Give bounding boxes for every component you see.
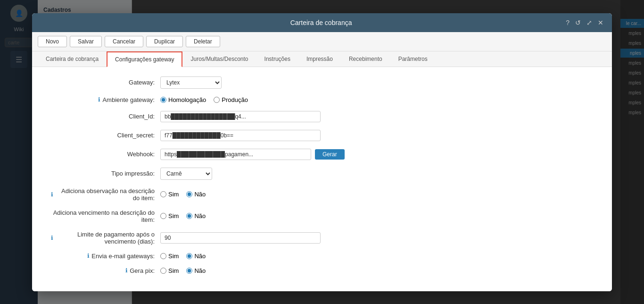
salvar-button[interactable]: Salvar: [70, 36, 102, 47]
gera-pix-sim-option[interactable]: Sim: [160, 267, 179, 274]
envia-email-nao-option[interactable]: Não: [186, 253, 206, 260]
ambiente-producao-option[interactable]: Produção: [214, 96, 248, 103]
ambiente-radio-group: Homologação Produção: [160, 96, 248, 103]
envia-email-sim-label: Sim: [168, 253, 179, 260]
modal-header: Carteira de cobrança ? ↺ ⤢ ✕: [32, 13, 612, 32]
limite-input[interactable]: [160, 232, 321, 244]
modal-body: Gateway: Lytex Outro ℹ Ambiente gateway:…: [32, 67, 612, 291]
info-icon[interactable]: ℹ: [98, 96, 100, 103]
gera-pix-nao-radio[interactable]: [186, 268, 192, 274]
ambiente-homologacao-label: Homologação: [168, 96, 206, 103]
modal-toolbar: Novo Salvar Cancelar Duplicar Deletar: [32, 32, 612, 51]
tipo-impressao-row: Tipo impressão: Carnê Boleto: [51, 168, 593, 180]
tab-juros[interactable]: Juros/Multas/Desconto: [182, 51, 256, 67]
client-secret-label: Client_secret:: [51, 132, 155, 139]
gera-pix-label: ℹ Gera pix:: [51, 267, 155, 274]
ambiente-homologacao-option[interactable]: Homologação: [160, 96, 206, 103]
ambiente-label: ℹ Ambiente gateway:: [51, 96, 155, 103]
tab-parametros[interactable]: Parâmetros: [390, 51, 436, 67]
webhook-row: Webhook: Gerar: [51, 149, 593, 160]
adiciona-obs-nao-option[interactable]: Não: [186, 191, 206, 198]
tipo-impressao-select[interactable]: Carnê Boleto: [160, 168, 212, 180]
client-id-row: Client_Id:: [51, 111, 593, 122]
adiciona-obs-sim-label: Sim: [168, 191, 179, 198]
tab-carteira[interactable]: Carteira de cobrança: [38, 51, 107, 67]
info-icon-pix[interactable]: ℹ: [125, 267, 128, 274]
webhook-input[interactable]: [160, 149, 311, 160]
deletar-button[interactable]: Deletar: [186, 36, 220, 47]
gateway-select[interactable]: Lytex Outro: [160, 76, 222, 89]
modal-overlay: Carteira de cobrança ? ↺ ⤢ ✕ Novo Salvar…: [0, 0, 644, 304]
modal-tabs: Carteira de cobrança Configurações gatew…: [32, 51, 612, 67]
webhook-label: Webhook:: [51, 151, 155, 158]
gera-pix-radio-group: Sim Não: [160, 267, 206, 274]
client-secret-row: Client_secret:: [51, 130, 593, 141]
client-id-input[interactable]: [160, 111, 321, 122]
client-id-label: Client_Id:: [51, 113, 155, 120]
gateway-label: Gateway:: [51, 79, 155, 86]
envia-email-sim-option[interactable]: Sim: [160, 253, 179, 260]
duplicar-button[interactable]: Duplicar: [146, 36, 183, 47]
adiciona-obs-nao-radio[interactable]: [186, 191, 192, 197]
tab-recebimento[interactable]: Recebimento: [341, 51, 390, 67]
gera-pix-nao-option[interactable]: Não: [186, 267, 206, 274]
tab-configuracoes-gateway[interactable]: Configurações gateway: [107, 51, 182, 67]
modal-title: Carteira de cobrança: [77, 19, 565, 26]
adiciona-venc-radio-group: Sim Não: [160, 212, 206, 220]
adiciona-venc-sim-radio[interactable]: [160, 213, 166, 219]
adiciona-obs-label: ℹ Adiciona observação na descrição do it…: [51, 187, 155, 202]
adiciona-obs-sim-radio[interactable]: [160, 191, 166, 197]
info-icon-obs[interactable]: ℹ: [51, 191, 53, 198]
envia-email-sim-radio[interactable]: [160, 253, 166, 259]
gera-pix-row: ℹ Gera pix: Sim Não: [51, 267, 593, 274]
help-icon[interactable]: ?: [565, 18, 570, 27]
tab-impressao[interactable]: Impressão: [298, 51, 341, 67]
limite-label: ℹ Limite de pagamento após o vencimento …: [51, 231, 155, 245]
tipo-impressao-label: Tipo impressão:: [51, 170, 155, 177]
ambiente-producao-label: Produção: [222, 96, 248, 103]
adiciona-obs-radio-group: Sim Não: [160, 191, 206, 198]
limite-row: ℹ Limite de pagamento após o vencimento …: [51, 231, 593, 245]
info-icon-email[interactable]: ℹ: [87, 253, 90, 259]
adiciona-venc-nao-option[interactable]: Não: [186, 212, 206, 220]
ambiente-producao-radio[interactable]: [214, 97, 220, 103]
adiciona-venc-nao-radio[interactable]: [186, 213, 192, 219]
envia-email-radio-group: Sim Não: [160, 253, 206, 260]
adiciona-obs-row: ℹ Adiciona observação na descrição do it…: [51, 187, 593, 202]
tab-instrucoes[interactable]: Instruções: [256, 51, 298, 67]
webhook-input-group: Gerar: [160, 149, 345, 160]
envia-email-nao-radio[interactable]: [186, 253, 192, 259]
envia-email-row: ℹ Envia e-mail gateways: Sim Não: [51, 253, 593, 260]
adiciona-venc-label: Adiciona vencimento na descrição do item…: [51, 209, 155, 223]
client-secret-input[interactable]: [160, 130, 321, 141]
modal: Carteira de cobrança ? ↺ ⤢ ✕ Novo Salvar…: [32, 13, 612, 291]
novo-button[interactable]: Novo: [38, 36, 67, 47]
gateway-row: Gateway: Lytex Outro: [51, 76, 593, 89]
history-icon[interactable]: ↺: [574, 18, 582, 27]
ambiente-homologacao-radio[interactable]: [160, 97, 166, 103]
info-icon-limite[interactable]: ℹ: [51, 235, 53, 241]
cancelar-button[interactable]: Cancelar: [105, 36, 143, 47]
envia-email-nao-label: Não: [194, 253, 206, 260]
adiciona-venc-sim-option[interactable]: Sim: [160, 212, 179, 220]
gerar-button[interactable]: Gerar: [315, 149, 345, 160]
adiciona-obs-nao-label: Não: [194, 191, 206, 198]
expand-icon[interactable]: ⤢: [586, 18, 593, 27]
adiciona-venc-nao-label: Não: [194, 212, 206, 220]
gera-pix-sim-label: Sim: [168, 267, 179, 274]
gera-pix-nao-label: Não: [194, 267, 206, 274]
envia-email-label: ℹ Envia e-mail gateways:: [51, 253, 155, 260]
adiciona-obs-sim-option[interactable]: Sim: [160, 191, 179, 198]
ambiente-row: ℹ Ambiente gateway: Homologação Produção: [51, 96, 593, 103]
adiciona-venc-row: Adiciona vencimento na descrição do item…: [51, 209, 593, 223]
modal-header-icons: ? ↺ ⤢ ✕: [565, 18, 604, 27]
gera-pix-sim-radio[interactable]: [160, 268, 166, 274]
close-icon[interactable]: ✕: [597, 18, 604, 27]
adiciona-venc-sim-label: Sim: [168, 212, 179, 220]
